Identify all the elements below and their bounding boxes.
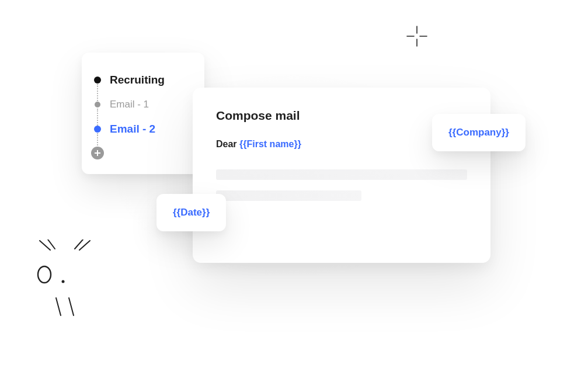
body-placeholder-line-1[interactable]	[216, 169, 467, 180]
variable-chip-label: {{Company}}	[448, 127, 509, 138]
compose-title: Compose mail	[216, 109, 467, 123]
decorative-face-doodle	[33, 239, 97, 327]
svg-point-0	[38, 266, 51, 283]
stage-head-recruiting[interactable]: Recruiting	[93, 68, 193, 92]
stage-item-email-1[interactable]: Email - 1	[93, 92, 193, 117]
stage-head-label: Recruiting	[110, 74, 165, 86]
compose-greeting-line[interactable]: Dear {{First name}}	[216, 139, 467, 150]
variable-chip-label: {{Date}}	[173, 207, 210, 218]
body-placeholder-line-2[interactable]	[216, 190, 361, 201]
stage-list: Recruiting Email - 1 Email - 2	[93, 68, 193, 161]
stage-marker	[93, 125, 102, 133]
stage-item-email-2[interactable]: Email - 2	[93, 117, 193, 141]
variable-chip-date[interactable]: {{Date}}	[156, 194, 226, 231]
stage-marker	[93, 100, 102, 109]
stage-head-marker	[93, 76, 102, 84]
dot-icon	[95, 102, 100, 107]
stage-item-label: Email - 1	[110, 99, 149, 110]
dot-icon	[94, 77, 101, 84]
greeting-prefix: Dear	[216, 139, 239, 149]
first-name-token[interactable]: {{First name}}	[239, 139, 301, 149]
add-stage-button[interactable]	[91, 147, 104, 159]
sequence-sidebar-card: Recruiting Email - 1 Email - 2	[82, 53, 204, 174]
svg-point-1	[62, 280, 65, 283]
stage-item-label: Email - 2	[110, 123, 155, 136]
decorative-plus-doodle	[405, 25, 429, 48]
variable-chip-company[interactable]: {{Company}}	[432, 114, 526, 151]
dot-icon	[94, 126, 101, 133]
add-stage-row	[93, 141, 193, 161]
